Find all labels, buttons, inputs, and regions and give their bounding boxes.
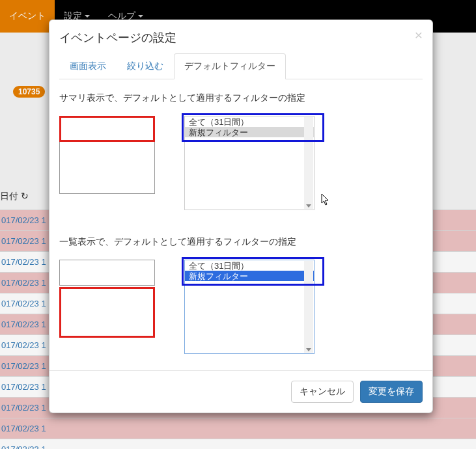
section2-label: 一覧表示で、デフォルトとして適用するフィルターの指定 <box>59 236 423 248</box>
summary-select-wrap: 全て（31日間） 新規フィルター <box>184 116 315 210</box>
modal-body: 画面表示 絞り込む デフォルトフィルター サマリ表示で、デフォルトとして適用する… <box>49 53 432 370</box>
modal-header: イベントページの設定 × <box>49 20 432 53</box>
section1-row: 全て（31日間） 新規フィルター <box>59 116 423 210</box>
cancel-button[interactable]: キャンセル <box>291 381 354 403</box>
section1-label: サマリ表示で、デフォルトとして適用するフィルターの指定 <box>59 92 423 104</box>
section2-left <box>59 260 155 338</box>
modal-title: イベントページの設定 <box>59 31 176 44</box>
tab-filter[interactable]: 絞り込む <box>117 53 174 79</box>
summary-filter-select[interactable]: 全て（31日間） 新規フィルター <box>184 116 315 210</box>
settings-modal: イベントページの設定 × 画面表示 絞り込む デフォルトフィルター サマリ表示で… <box>49 20 433 413</box>
section2-row: 全て（31日間） 新規フィルター <box>59 260 423 354</box>
option-all-31-b[interactable]: 全て（31日間） <box>185 260 314 271</box>
option-new-filter-selected[interactable]: 新規フィルター <box>185 271 314 281</box>
mouse-cursor-icon <box>321 193 330 206</box>
list-filter-select[interactable]: 全て（31日間） 新規フィルター <box>184 260 315 354</box>
option-all-31[interactable]: 全て（31日間） <box>185 116 314 127</box>
red-box-top-1 <box>59 116 155 142</box>
tabs: 画面表示 絞り込む デフォルトフィルター <box>59 53 423 79</box>
scroll-down-icon <box>306 348 311 351</box>
red-box-bottom-2 <box>59 287 155 338</box>
close-icon[interactable]: × <box>415 28 423 42</box>
scroll-down-icon <box>306 204 311 208</box>
option-new-filter[interactable]: 新規フィルター <box>185 127 314 137</box>
tab-display[interactable]: 画面表示 <box>59 53 117 79</box>
scrollbar[interactable] <box>304 117 313 209</box>
tab-default-filter[interactable]: デフォルトフィルター <box>174 53 286 79</box>
modal-footer: キャンセル 変更を保存 <box>49 370 432 413</box>
grey-box-2 <box>59 260 155 286</box>
save-button[interactable]: 変更を保存 <box>360 381 423 403</box>
section1-left <box>59 116 155 194</box>
scrollbar[interactable] <box>304 261 313 353</box>
list-select-wrap: 全て（31日間） 新規フィルター <box>184 260 315 354</box>
grey-box-1 <box>59 142 155 194</box>
